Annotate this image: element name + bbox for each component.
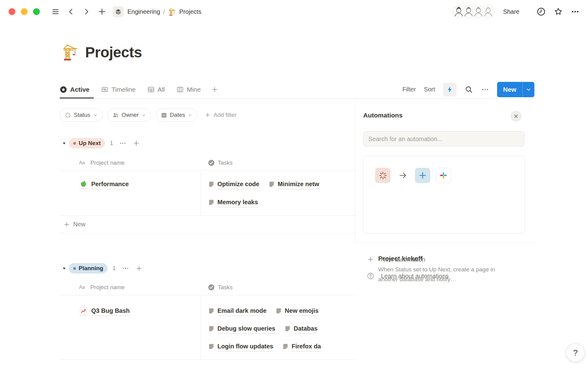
- task-link[interactable]: Firefox da: [282, 342, 321, 351]
- search-icon[interactable]: [465, 85, 473, 94]
- tab-timeline[interactable]: Timeline: [97, 80, 140, 98]
- check-circle-icon: [208, 284, 215, 291]
- plus-icon: [367, 256, 374, 263]
- filter-pill-status[interactable]: Status: [60, 108, 103, 122]
- automation-card[interactable]: Project kickoff When Status set to Up Ne…: [363, 156, 525, 233]
- new-button-chevron-icon[interactable]: [523, 82, 534, 97]
- sidebar-menu-icon[interactable]: [50, 6, 61, 17]
- help-button[interactable]: ?: [566, 343, 585, 362]
- group-header-planning: Planning 1: [60, 261, 143, 275]
- view-more-options-icon[interactable]: [481, 86, 489, 94]
- page-title: Projects: [61, 43, 142, 61]
- plus-icon: [63, 221, 70, 228]
- task-link[interactable]: Debug slow queries: [208, 324, 275, 334]
- crane-icon: [168, 8, 176, 16]
- table-header: Aa Project name Tasks: [60, 155, 355, 171]
- topbar-right: Share: [452, 5, 579, 18]
- automations-panel-title: Automations: [363, 112, 402, 119]
- status-dot: [73, 267, 76, 270]
- column-header-project-name[interactable]: Aa Project name: [60, 284, 201, 291]
- table-row: Q3 Bug Bash Email dark mode New emojis D…: [60, 295, 355, 360]
- column-header-project-name[interactable]: Aa Project name: [60, 159, 201, 166]
- task-link[interactable]: Optimize code: [208, 179, 259, 189]
- automations-bolt-icon[interactable]: [443, 83, 457, 96]
- people-icon: [112, 112, 119, 118]
- chart-increasing-icon: [79, 307, 88, 316]
- chevron-down-icon: [141, 113, 146, 117]
- breadcrumb: Engineering / Projects: [127, 8, 202, 16]
- check-circle-icon: [208, 159, 215, 166]
- page-icon: [282, 343, 288, 350]
- starred-view-icon: [60, 86, 67, 93]
- task-line: Debug slow queries Databas: [208, 324, 355, 334]
- filter-pill-owner[interactable]: Owner: [107, 108, 151, 122]
- collapse-triangle-icon[interactable]: [60, 266, 69, 270]
- apple-icon: [79, 180, 88, 189]
- view-tabs: Active Timeline All Mine: [60, 80, 221, 98]
- table-view-icon: [147, 86, 155, 93]
- automation-card-icons: [375, 168, 451, 183]
- favorite-star-icon[interactable]: [554, 7, 563, 16]
- more-options-icon[interactable]: [571, 7, 579, 16]
- new-button[interactable]: New: [497, 82, 534, 97]
- project-link[interactable]: Performance: [79, 179, 201, 189]
- page-icon: [208, 326, 214, 332]
- share-button[interactable]: Share: [503, 8, 519, 15]
- group-more-icon[interactable]: [119, 140, 126, 147]
- close-icon[interactable]: [511, 111, 522, 122]
- traffic-light-minimize[interactable]: [21, 8, 28, 15]
- project-link[interactable]: Q3 Bug Bash: [79, 306, 201, 316]
- project-name-cell: Q3 Bug Bash: [60, 295, 201, 359]
- slack-icon: [436, 168, 451, 183]
- group-badge[interactable]: Planning: [69, 263, 107, 274]
- task-link[interactable]: New emojis: [276, 306, 318, 316]
- task-link[interactable]: Login flow updates: [208, 342, 273, 351]
- tab-mine[interactable]: Mine: [172, 80, 205, 98]
- add-view-icon[interactable]: [208, 80, 221, 98]
- column-header-tasks[interactable]: Tasks: [201, 159, 355, 166]
- collapse-triangle-icon[interactable]: [60, 141, 69, 145]
- window-top-bar: Engineering / Projects Share: [0, 0, 588, 23]
- task-link[interactable]: Databas: [285, 324, 318, 334]
- workspace-layers-icon[interactable]: [113, 6, 124, 17]
- sort-button[interactable]: Sort: [424, 86, 435, 93]
- page-icon: [285, 326, 291, 332]
- task-link[interactable]: Memory leaks: [208, 197, 258, 207]
- page-icon: [208, 308, 214, 314]
- new-row-button[interactable]: New: [60, 216, 355, 233]
- group-name: Up Next: [79, 140, 101, 147]
- project-name-cell: Performance: [60, 171, 201, 215]
- tab-all[interactable]: All: [143, 80, 169, 98]
- task-link[interactable]: Email dark mode: [208, 306, 266, 316]
- learn-about-automations-link[interactable]: Learn about automations: [367, 272, 449, 280]
- question-circle-icon: [367, 272, 374, 280]
- group-count: 1: [110, 140, 113, 147]
- add-filter-button[interactable]: Add filter: [205, 112, 236, 118]
- avatar[interactable]: [482, 5, 495, 18]
- filter-pill-dates[interactable]: Dates: [156, 108, 198, 122]
- crane-icon[interactable]: [61, 43, 79, 61]
- status-trigger-icon: [375, 168, 390, 183]
- updates-clock-icon[interactable]: [537, 7, 546, 16]
- column-header-tasks[interactable]: Tasks: [201, 284, 355, 291]
- timeline-view-icon: [101, 86, 108, 93]
- filter-button[interactable]: Filter: [402, 86, 416, 93]
- tab-active[interactable]: Active: [60, 80, 94, 98]
- group-badge[interactable]: Up Next: [69, 138, 105, 148]
- new-page-icon[interactable]: [96, 6, 108, 17]
- traffic-light-zoom[interactable]: [33, 8, 40, 15]
- breadcrumb-separator: /: [163, 8, 165, 15]
- back-icon[interactable]: [66, 6, 77, 17]
- breadcrumb-workspace[interactable]: Engineering: [127, 8, 160, 15]
- new-automation-button[interactable]: New automation: [367, 256, 425, 263]
- group-more-icon[interactable]: [122, 265, 129, 272]
- forward-icon[interactable]: [81, 6, 92, 17]
- group-add-icon[interactable]: [135, 265, 143, 272]
- automation-search-input[interactable]: [363, 131, 525, 147]
- group-add-icon[interactable]: [133, 140, 140, 147]
- group-header-up-next: Up Next 1: [60, 136, 140, 150]
- breadcrumb-page[interactable]: Projects: [179, 8, 201, 15]
- traffic-light-close[interactable]: [9, 8, 15, 15]
- group-count: 1: [112, 265, 116, 272]
- task-link[interactable]: Minimize netw: [269, 179, 319, 189]
